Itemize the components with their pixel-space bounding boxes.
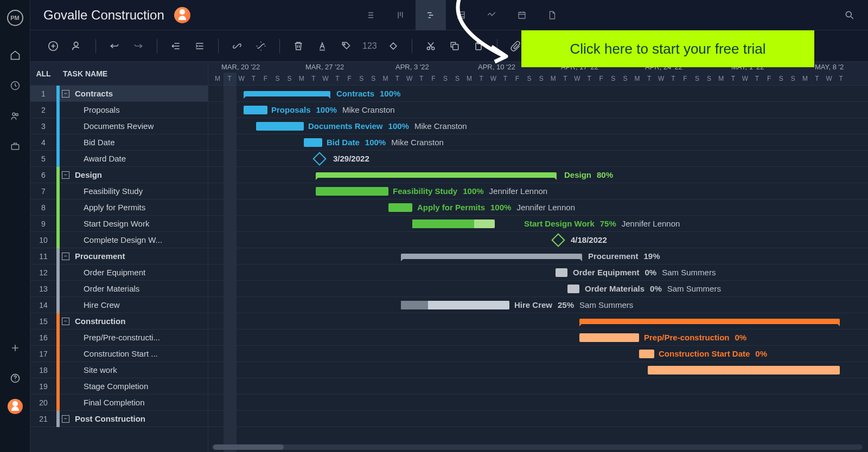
task-row[interactable]: 9Start Design Work	[30, 216, 208, 232]
milestone-icon[interactable]	[551, 233, 565, 247]
gantt-task-bar[interactable]	[244, 106, 267, 114]
gantt-group-bar[interactable]	[244, 91, 330, 96]
expand-icon[interactable]: −	[62, 253, 69, 260]
gantt-row[interactable]: 3/29/2022	[208, 151, 868, 167]
gantt-task-bar[interactable]	[579, 333, 639, 342]
milestone-icon[interactable]	[384, 36, 403, 56]
horizontal-scrollbar[interactable]	[212, 444, 863, 450]
expand-icon[interactable]: −	[62, 415, 69, 423]
gantt-row[interactable]: 4/18/2022	[208, 232, 868, 248]
gantt-row[interactable]: Bid Date100%Mike Cranston	[208, 134, 868, 151]
task-row[interactable]: 6−Design	[30, 167, 208, 183]
task-row[interactable]: 16Prep/Pre-constructi...	[30, 330, 208, 346]
gantt-row[interactable]: Order Equipment0%Sam Summers	[208, 264, 868, 281]
gantt-row[interactable]: Documents Review100%Mike Cranston	[208, 118, 868, 134]
task-row[interactable]: 19Stage Completion	[30, 378, 208, 395]
gantt-task-bar[interactable]	[412, 219, 495, 228]
gantt-row[interactable]: Proposals100%Mike Cranston	[208, 102, 868, 118]
gantt-row[interactable]: Apply for Permits100%Jennifer Lennon	[208, 199, 868, 216]
expand-icon[interactable]: −	[62, 171, 69, 179]
user-avatar-icon[interactable]	[8, 399, 23, 414]
cut-icon[interactable]	[421, 36, 441, 56]
task-row[interactable]: 13Order Materials	[30, 281, 208, 297]
gantt-row[interactable]: Construction Start Date0%	[208, 346, 868, 362]
copy-icon[interactable]	[445, 36, 464, 56]
expand-icon[interactable]: −	[62, 90, 69, 98]
gantt-task-bar[interactable]	[567, 285, 579, 293]
task-row[interactable]: 15−Construction	[30, 313, 208, 330]
task-row[interactable]: 5Award Date	[30, 151, 208, 167]
task-row[interactable]: 10Complete Design W...	[30, 232, 208, 248]
col-all[interactable]: ALL	[30, 69, 56, 78]
task-row[interactable]: 18Site work	[30, 362, 208, 378]
task-row[interactable]: 1−Contracts	[30, 86, 208, 102]
redo-icon[interactable]	[129, 36, 148, 56]
gantt-row[interactable]: Contracts100%	[208, 86, 868, 102]
task-row[interactable]: 12Order Equipment	[30, 264, 208, 281]
gantt-task-bar[interactable]	[556, 268, 567, 277]
gantt-task-bar[interactable]	[388, 203, 412, 212]
cta-banner[interactable]: Click here to start your free trial	[521, 30, 814, 67]
gantt-group-bar[interactable]	[316, 172, 557, 178]
gantt-group-bar[interactable]	[401, 254, 582, 259]
task-row[interactable]: 8Apply for Permits	[30, 199, 208, 216]
gantt-row[interactable]: Hire Crew25%Sam Summers	[208, 297, 868, 313]
unlink-icon[interactable]	[251, 36, 271, 56]
outdent-icon[interactable]	[166, 36, 186, 56]
gantt-area[interactable]: MAR, 20 '22MAR, 27 '22APR, 3 '22APR, 10 …	[208, 62, 868, 452]
tab-sheet-icon[interactable]	[446, 0, 476, 30]
task-row[interactable]: 2Proposals	[30, 102, 208, 118]
gantt-task-bar[interactable]	[639, 350, 654, 358]
task-row[interactable]: 21−Post Construction	[30, 411, 208, 427]
gantt-task-bar[interactable]	[304, 138, 322, 147]
scrollbar-thumb[interactable]	[213, 444, 284, 450]
milestone-icon[interactable]	[312, 152, 326, 165]
task-row[interactable]: 11−Procurement	[30, 248, 208, 264]
team-icon[interactable]	[10, 111, 21, 121]
task-row[interactable]: 17Construction Start ...	[30, 346, 208, 362]
task-row[interactable]: 7Feasibility Study	[30, 183, 208, 199]
gantt-row[interactable]	[208, 362, 868, 378]
task-row[interactable]: 14Hire Crew	[30, 297, 208, 313]
home-icon[interactable]	[10, 50, 21, 61]
gantt-row[interactable]	[208, 411, 868, 427]
expand-icon[interactable]: −	[62, 318, 69, 325]
tab-calendar-icon[interactable]	[507, 0, 537, 30]
help-icon[interactable]	[10, 373, 21, 384]
indent-icon[interactable]	[190, 36, 209, 56]
tag-icon[interactable]	[336, 36, 356, 56]
add-task-icon[interactable]	[43, 36, 63, 56]
task-row[interactable]: 20Final Completion	[30, 395, 208, 411]
tab-files-icon[interactable]	[537, 0, 567, 30]
search-icon[interactable]	[844, 10, 855, 21]
delete-icon[interactable]	[289, 36, 308, 56]
gantt-task-bar[interactable]	[316, 187, 388, 196]
gantt-row[interactable]: Order Materials0%Sam Summers	[208, 281, 868, 297]
link-icon[interactable]	[227, 36, 247, 56]
gantt-row[interactable]: Procurement19%	[208, 248, 868, 264]
gantt-row[interactable]	[208, 378, 868, 395]
plus-icon[interactable]	[10, 343, 21, 353]
tab-dashboard-icon[interactable]	[476, 0, 507, 30]
gantt-row[interactable]	[208, 395, 868, 411]
briefcase-icon[interactable]	[10, 141, 21, 152]
gantt-task-bar[interactable]	[401, 301, 509, 309]
clock-icon[interactable]	[10, 80, 21, 91]
col-name[interactable]: TASK NAME	[56, 69, 107, 78]
project-owner-avatar-icon[interactable]	[174, 7, 190, 23]
gantt-group-bar[interactable]	[579, 319, 840, 324]
tab-gantt-icon[interactable]	[416, 0, 446, 30]
gantt-row[interactable]: Start Design Work75%Jennifer Lennon	[208, 216, 868, 232]
gantt-row[interactable]	[208, 313, 868, 330]
gantt-row[interactable]: Prep/Pre-construction0%	[208, 330, 868, 346]
gantt-row[interactable]: Design80%	[208, 167, 868, 183]
task-row[interactable]: 3Documents Review	[30, 118, 208, 134]
tab-list-icon[interactable]	[355, 0, 385, 30]
pm-logo-icon[interactable]: PM	[7, 10, 23, 26]
assign-icon[interactable]	[67, 36, 87, 56]
undo-icon[interactable]	[105, 36, 124, 56]
paste-icon[interactable]	[469, 36, 488, 56]
task-row[interactable]: 4Bid Date	[30, 134, 208, 151]
text-color-icon[interactable]	[312, 36, 332, 56]
gantt-row[interactable]: Feasibility Study100%Jennifer Lennon	[208, 183, 868, 199]
